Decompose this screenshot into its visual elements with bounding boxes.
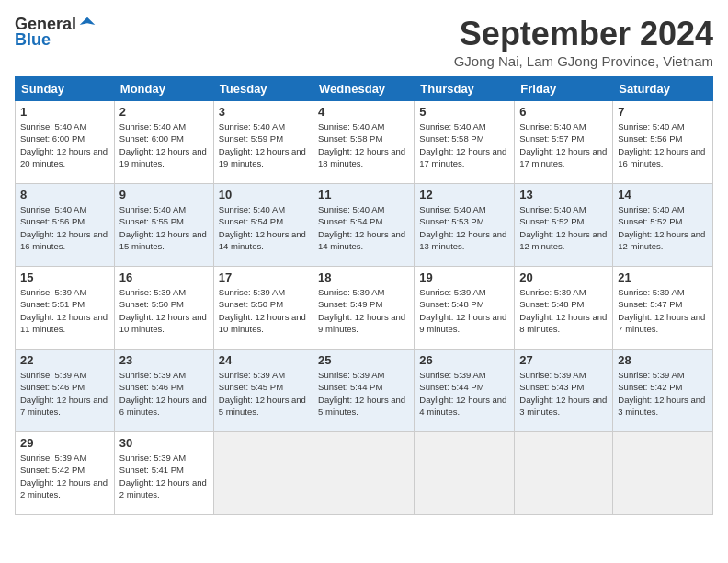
calendar-day-cell: 16Sunrise: 5:39 AM Sunset: 5:50 PM Dayli… bbox=[114, 267, 213, 350]
day-number: 25 bbox=[318, 353, 409, 367]
page-header: General Blue September 2024 GJong Nai, L… bbox=[15, 15, 713, 69]
day-number: 24 bbox=[219, 353, 308, 367]
col-thursday: Thursday bbox=[415, 77, 515, 101]
calendar-day-cell: 5Sunrise: 5:40 AM Sunset: 5:58 PM Daylig… bbox=[415, 101, 515, 184]
day-info: Sunrise: 5:40 AM Sunset: 5:55 PM Dayligh… bbox=[119, 203, 209, 252]
day-info: Sunrise: 5:39 AM Sunset: 5:41 PM Dayligh… bbox=[119, 452, 209, 500]
calendar-week-row: 29Sunrise: 5:39 AM Sunset: 5:42 PM Dayli… bbox=[16, 432, 713, 515]
day-number: 5 bbox=[419, 105, 509, 119]
col-saturday: Saturday bbox=[613, 77, 713, 101]
calendar-day-cell: 1Sunrise: 5:40 AM Sunset: 6:00 PM Daylig… bbox=[16, 101, 115, 184]
day-info: Sunrise: 5:40 AM Sunset: 5:56 PM Dayligh… bbox=[20, 203, 109, 252]
day-info: Sunrise: 5:40 AM Sunset: 5:56 PM Dayligh… bbox=[618, 121, 708, 169]
calendar-day-cell: 17Sunrise: 5:39 AM Sunset: 5:50 PM Dayli… bbox=[213, 267, 313, 350]
day-number: 28 bbox=[618, 353, 708, 367]
title-area: September 2024 GJong Nai, Lam GJong Prov… bbox=[454, 15, 713, 69]
day-info: Sunrise: 5:39 AM Sunset: 5:49 PM Dayligh… bbox=[318, 286, 409, 335]
day-number: 29 bbox=[20, 436, 109, 450]
day-info: Sunrise: 5:39 AM Sunset: 5:44 PM Dayligh… bbox=[419, 369, 509, 418]
day-info: Sunrise: 5:39 AM Sunset: 5:42 PM Dayligh… bbox=[618, 369, 708, 418]
calendar-day-cell bbox=[515, 432, 613, 515]
day-number: 18 bbox=[318, 270, 409, 284]
calendar-week-row: 1Sunrise: 5:40 AM Sunset: 6:00 PM Daylig… bbox=[16, 101, 713, 184]
day-number: 20 bbox=[519, 270, 608, 284]
logo-icon bbox=[78, 16, 97, 34]
calendar-day-cell: 3Sunrise: 5:40 AM Sunset: 5:59 PM Daylig… bbox=[213, 101, 313, 184]
day-info: Sunrise: 5:40 AM Sunset: 6:00 PM Dayligh… bbox=[119, 121, 209, 169]
svg-marker-0 bbox=[80, 17, 96, 24]
calendar-day-cell bbox=[213, 432, 313, 515]
calendar-day-cell: 6Sunrise: 5:40 AM Sunset: 5:57 PM Daylig… bbox=[515, 101, 613, 184]
day-number: 16 bbox=[119, 270, 209, 284]
day-info: Sunrise: 5:40 AM Sunset: 5:52 PM Dayligh… bbox=[618, 203, 708, 252]
day-info: Sunrise: 5:40 AM Sunset: 5:53 PM Dayligh… bbox=[419, 203, 509, 252]
calendar-header-row: Sunday Monday Tuesday Wednesday Thursday… bbox=[16, 77, 713, 101]
calendar-day-cell: 14Sunrise: 5:40 AM Sunset: 5:52 PM Dayli… bbox=[613, 184, 713, 267]
day-info: Sunrise: 5:40 AM Sunset: 5:54 PM Dayligh… bbox=[219, 203, 308, 252]
day-info: Sunrise: 5:40 AM Sunset: 5:59 PM Dayligh… bbox=[219, 121, 308, 169]
day-number: 30 bbox=[119, 436, 209, 450]
calendar-day-cell: 12Sunrise: 5:40 AM Sunset: 5:53 PM Dayli… bbox=[415, 184, 515, 267]
calendar-day-cell bbox=[613, 432, 713, 515]
calendar-week-row: 15Sunrise: 5:39 AM Sunset: 5:51 PM Dayli… bbox=[16, 267, 713, 350]
day-number: 15 bbox=[20, 270, 109, 284]
calendar-day-cell: 18Sunrise: 5:39 AM Sunset: 5:49 PM Dayli… bbox=[313, 267, 415, 350]
day-info: Sunrise: 5:40 AM Sunset: 5:57 PM Dayligh… bbox=[519, 121, 608, 169]
calendar-day-cell: 22Sunrise: 5:39 AM Sunset: 5:46 PM Dayli… bbox=[16, 350, 115, 432]
calendar-week-row: 22Sunrise: 5:39 AM Sunset: 5:46 PM Dayli… bbox=[16, 350, 713, 432]
calendar-day-cell: 29Sunrise: 5:39 AM Sunset: 5:42 PM Dayli… bbox=[16, 432, 115, 515]
day-number: 23 bbox=[119, 353, 209, 367]
day-number: 26 bbox=[419, 353, 509, 367]
month-title: September 2024 bbox=[454, 15, 713, 53]
calendar-day-cell: 9Sunrise: 5:40 AM Sunset: 5:55 PM Daylig… bbox=[114, 184, 213, 267]
day-number: 11 bbox=[318, 188, 409, 201]
day-info: Sunrise: 5:39 AM Sunset: 5:50 PM Dayligh… bbox=[119, 286, 209, 335]
day-number: 17 bbox=[219, 270, 308, 284]
day-info: Sunrise: 5:40 AM Sunset: 5:54 PM Dayligh… bbox=[318, 203, 409, 252]
day-number: 10 bbox=[219, 188, 308, 201]
day-info: Sunrise: 5:39 AM Sunset: 5:46 PM Dayligh… bbox=[20, 369, 109, 418]
day-number: 6 bbox=[519, 105, 608, 119]
day-number: 3 bbox=[219, 105, 308, 119]
day-number: 12 bbox=[419, 188, 509, 201]
calendar-day-cell: 24Sunrise: 5:39 AM Sunset: 5:45 PM Dayli… bbox=[213, 350, 313, 432]
col-friday: Friday bbox=[515, 77, 613, 101]
calendar-day-cell bbox=[415, 432, 515, 515]
col-tuesday: Tuesday bbox=[213, 77, 313, 101]
calendar-day-cell: 23Sunrise: 5:39 AM Sunset: 5:46 PM Dayli… bbox=[114, 350, 213, 432]
col-sunday: Sunday bbox=[16, 77, 115, 101]
day-number: 2 bbox=[119, 105, 209, 119]
calendar-day-cell: 20Sunrise: 5:39 AM Sunset: 5:48 PM Dayli… bbox=[515, 267, 613, 350]
day-info: Sunrise: 5:40 AM Sunset: 5:52 PM Dayligh… bbox=[519, 203, 608, 252]
day-number: 22 bbox=[20, 353, 109, 367]
day-info: Sunrise: 5:39 AM Sunset: 5:51 PM Dayligh… bbox=[20, 286, 109, 335]
day-number: 7 bbox=[618, 105, 708, 119]
day-number: 19 bbox=[419, 270, 509, 284]
day-info: Sunrise: 5:39 AM Sunset: 5:47 PM Dayligh… bbox=[618, 286, 708, 335]
calendar-day-cell: 25Sunrise: 5:39 AM Sunset: 5:44 PM Dayli… bbox=[313, 350, 415, 432]
calendar-day-cell: 8Sunrise: 5:40 AM Sunset: 5:56 PM Daylig… bbox=[16, 184, 115, 267]
calendar-day-cell: 15Sunrise: 5:39 AM Sunset: 5:51 PM Dayli… bbox=[16, 267, 115, 350]
day-number: 27 bbox=[519, 353, 608, 367]
col-wednesday: Wednesday bbox=[313, 77, 415, 101]
calendar-day-cell: 7Sunrise: 5:40 AM Sunset: 5:56 PM Daylig… bbox=[613, 101, 713, 184]
location-subtitle: GJong Nai, Lam GJong Province, Vietnam bbox=[454, 53, 713, 69]
calendar-day-cell: 10Sunrise: 5:40 AM Sunset: 5:54 PM Dayli… bbox=[213, 184, 313, 267]
calendar-day-cell: 30Sunrise: 5:39 AM Sunset: 5:41 PM Dayli… bbox=[114, 432, 213, 515]
calendar-table: Sunday Monday Tuesday Wednesday Thursday… bbox=[15, 76, 713, 515]
calendar-day-cell: 13Sunrise: 5:40 AM Sunset: 5:52 PM Dayli… bbox=[515, 184, 613, 267]
day-number: 14 bbox=[618, 188, 708, 201]
calendar-day-cell: 28Sunrise: 5:39 AM Sunset: 5:42 PM Dayli… bbox=[613, 350, 713, 432]
day-info: Sunrise: 5:39 AM Sunset: 5:42 PM Dayligh… bbox=[20, 452, 109, 500]
day-info: Sunrise: 5:39 AM Sunset: 5:50 PM Dayligh… bbox=[219, 286, 308, 335]
calendar-day-cell: 21Sunrise: 5:39 AM Sunset: 5:47 PM Dayli… bbox=[613, 267, 713, 350]
day-info: Sunrise: 5:40 AM Sunset: 5:58 PM Dayligh… bbox=[318, 121, 409, 169]
calendar-day-cell: 4Sunrise: 5:40 AM Sunset: 5:58 PM Daylig… bbox=[313, 101, 415, 184]
day-number: 8 bbox=[20, 188, 109, 201]
day-number: 9 bbox=[119, 188, 209, 201]
calendar-week-row: 8Sunrise: 5:40 AM Sunset: 5:56 PM Daylig… bbox=[16, 184, 713, 267]
day-info: Sunrise: 5:39 AM Sunset: 5:48 PM Dayligh… bbox=[419, 286, 509, 335]
day-number: 21 bbox=[618, 270, 708, 284]
calendar-day-cell: 11Sunrise: 5:40 AM Sunset: 5:54 PM Dayli… bbox=[313, 184, 415, 267]
col-monday: Monday bbox=[114, 77, 213, 101]
